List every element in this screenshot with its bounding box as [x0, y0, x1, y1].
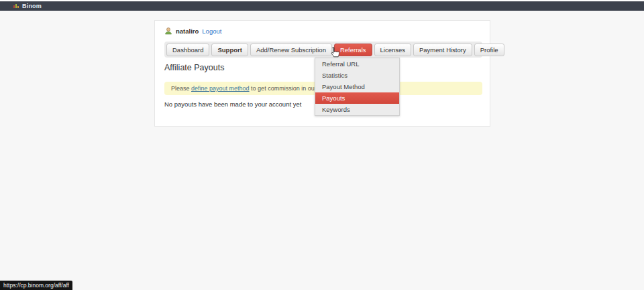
status-bar-url: https://cp.binom.org/aff/aff: [0, 281, 72, 290]
empty-state-message: No payouts have been made to your accoun…: [164, 100, 301, 108]
logout-link[interactable]: Logout: [202, 27, 221, 35]
menu-item-payout-method[interactable]: Payout Method: [315, 81, 399, 92]
user-avatar-icon: [164, 27, 172, 35]
menu-item-keywords[interactable]: Keywords: [315, 104, 399, 115]
tab-profile[interactable]: Profile: [474, 44, 504, 56]
tab-add-renew-subscription[interactable]: Add/Renew Subscription: [250, 44, 332, 56]
username: nataliro: [176, 27, 199, 35]
tab-referrals[interactable]: Referrals: [334, 44, 372, 56]
browser-viewport: Binom nataliro Logout Dashboard Support …: [0, 0, 644, 290]
menu-item-payouts[interactable]: Payouts: [315, 92, 399, 104]
user-row: nataliro Logout: [164, 27, 221, 35]
tab-licenses[interactable]: Licenses: [374, 44, 412, 56]
tab-dashboard[interactable]: Dashboard: [166, 44, 209, 56]
binom-logo-icon: [13, 4, 19, 8]
tab-bar: Dashboard Support Add/Renew Subscription…: [164, 42, 482, 58]
page-title: Affiliate Payouts: [164, 63, 224, 72]
menu-item-referral-url[interactable]: Referral URL: [315, 58, 399, 70]
tab-payment-history[interactable]: Payment History: [413, 44, 472, 56]
top-navbar: Binom: [0, 1, 644, 11]
tab-support[interactable]: Support: [211, 44, 248, 56]
menu-item-statistics[interactable]: Statistics: [315, 70, 399, 81]
notice-text-prefix: Please: [171, 85, 191, 92]
referrals-dropdown-menu: Referral URL Statistics Payout Method Pa…: [315, 58, 400, 116]
define-payout-method-link[interactable]: define payout method: [191, 85, 250, 92]
brand-name: Binom: [22, 3, 42, 9]
